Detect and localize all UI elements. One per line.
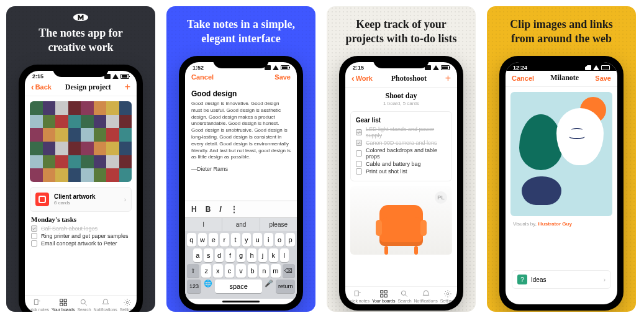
clipped-image[interactable] [510, 92, 612, 216]
promo-headline: The notes app for creative work [20, 26, 142, 56]
checkbox-icon[interactable]: ✓ [356, 129, 362, 135]
key-b[interactable]: b [248, 264, 258, 278]
key-l[interactable]: l [280, 248, 289, 262]
cancel-button[interactable]: Cancel [191, 73, 214, 81]
status-time: 2:15 [353, 65, 364, 71]
key-n[interactable]: n [259, 264, 269, 278]
format-i-button[interactable]: I [219, 205, 221, 214]
svg-point-11 [447, 293, 450, 295]
keyboard-suggestions: Iandplease [185, 217, 297, 231]
checkbox-icon[interactable]: ✓ [31, 225, 37, 232]
key-h[interactable]: h [247, 248, 256, 262]
todo-item[interactable]: ✓Call Sarah about logos [31, 225, 130, 232]
key-space[interactable]: space [215, 279, 262, 293]
globe-icon[interactable]: 🌐 [203, 279, 213, 293]
note-signature[interactable]: —Dieter Rams [191, 166, 291, 172]
svg-rect-6 [380, 291, 383, 293]
tab-quick-notes[interactable]: Quick notes [347, 289, 370, 303]
key-t[interactable]: t [231, 233, 240, 247]
key-shift[interactable]: ⇧ [187, 264, 199, 278]
promo-card-4: Clip images and links from around the we… [487, 6, 636, 312]
key-g[interactable]: g [237, 248, 245, 262]
key-f[interactable]: f [225, 248, 234, 262]
key-d[interactable]: d [215, 248, 224, 262]
checkbox-icon[interactable] [356, 161, 362, 167]
destination-chip[interactable]: ? Ideas › [512, 270, 611, 289]
note-title[interactable]: Good design [191, 89, 291, 98]
key-x[interactable]: x [213, 264, 223, 278]
screenshot-row: The notes app for creative work 2:15 Bac… [0, 0, 644, 318]
key-y[interactable]: y [242, 233, 252, 247]
checkbox-icon[interactable] [31, 240, 37, 247]
key-q[interactable]: q [187, 233, 196, 247]
suggestion[interactable]: please [260, 218, 297, 231]
save-button[interactable]: Save [274, 73, 291, 81]
todo-item[interactable]: Colored backdrops and table props [356, 147, 447, 160]
key-r[interactable]: r [220, 233, 229, 247]
key-numbers[interactable]: 123 [187, 279, 201, 293]
key-e[interactable]: e [209, 233, 218, 247]
suggestion[interactable]: and [222, 218, 260, 231]
key-z[interactable]: z [201, 264, 211, 278]
note-body[interactable]: Good design is innovative. Good design m… [191, 101, 291, 161]
tab-notifications[interactable]: Notifications [94, 298, 117, 312]
promo-headline: Clip images and links from around the we… [501, 17, 622, 47]
todo-item[interactable]: Print out shot list [356, 168, 447, 175]
key-j[interactable]: j [258, 248, 267, 262]
checkbox-icon[interactable] [31, 233, 37, 239]
todo-item[interactable]: ✓Canon 90D camera and lens [356, 140, 447, 146]
key-a[interactable]: a [193, 248, 202, 262]
key-return[interactable]: return [276, 279, 295, 293]
tab-quick-notes[interactable]: Quick notes [26, 298, 49, 312]
caption-link[interactable]: Illustrator Guy [538, 221, 572, 227]
tab-your-boards[interactable]: Your boards [372, 289, 396, 303]
tab-search[interactable]: Search [397, 289, 411, 303]
todo-item[interactable]: Cable and battery bag [356, 161, 447, 167]
format-b-button[interactable]: B [206, 205, 211, 214]
add-button[interactable]: + [445, 73, 451, 83]
cancel-button[interactable]: Cancel [512, 75, 534, 82]
todo-item[interactable]: Ring printer and get paper samples [31, 233, 130, 239]
wifi-icon [593, 65, 599, 70]
todo-item[interactable]: Email concept artwork to Peter [31, 240, 130, 247]
key-delete[interactable]: ⌫ [283, 264, 295, 278]
status-time: 1:52 [193, 65, 204, 71]
nav-bar: Work Photoshoot + [345, 71, 457, 88]
key-w[interactable]: w [198, 233, 207, 247]
back-button[interactable]: Back [31, 83, 52, 91]
format-⋮-button[interactable]: ⋮ [230, 205, 238, 214]
wifi-icon [273, 65, 279, 70]
tab-settings[interactable]: Settings [440, 289, 456, 303]
back-button[interactable]: Work [351, 74, 373, 83]
mic-icon[interactable]: 🎤 [264, 279, 274, 293]
key-i[interactable]: i [264, 233, 273, 247]
tab-settings[interactable]: Settings [120, 298, 135, 312]
key-p[interactable]: p [286, 233, 295, 247]
key-k[interactable]: k [269, 248, 278, 262]
add-button[interactable]: + [125, 82, 130, 92]
board-icon: ? [517, 275, 527, 284]
save-button[interactable]: Save [595, 75, 611, 82]
checkbox-icon[interactable] [356, 168, 362, 175]
svg-rect-7 [384, 291, 387, 293]
svg-rect-0 [60, 299, 62, 302]
checkbox-icon[interactable]: ✓ [356, 140, 362, 146]
suggestion[interactable]: I [185, 218, 222, 231]
checkbox-icon[interactable] [356, 150, 362, 157]
format-h-button[interactable]: H [191, 205, 197, 214]
key-s[interactable]: s [204, 248, 212, 262]
todo-item[interactable]: ✓LED light stands and power supply [356, 126, 447, 139]
key-v[interactable]: v [236, 264, 246, 278]
tab-search[interactable]: Search [77, 298, 91, 312]
key-o[interactable]: o [275, 233, 284, 247]
wifi-icon [433, 65, 439, 70]
todo-label: Call Sarah about logos [41, 225, 98, 232]
key-c[interactable]: c [225, 264, 235, 278]
board-card[interactable]: Client artwork 6 cards › [30, 187, 132, 212]
image-card[interactable]: PL [350, 186, 452, 255]
tab-notifications[interactable]: Notifications [414, 289, 438, 303]
tab-your-boards[interactable]: Your boards [52, 298, 75, 312]
key-m[interactable]: m [271, 264, 281, 278]
key-u[interactable]: u [253, 233, 262, 247]
nav-bar: Back Design project + [25, 80, 137, 96]
